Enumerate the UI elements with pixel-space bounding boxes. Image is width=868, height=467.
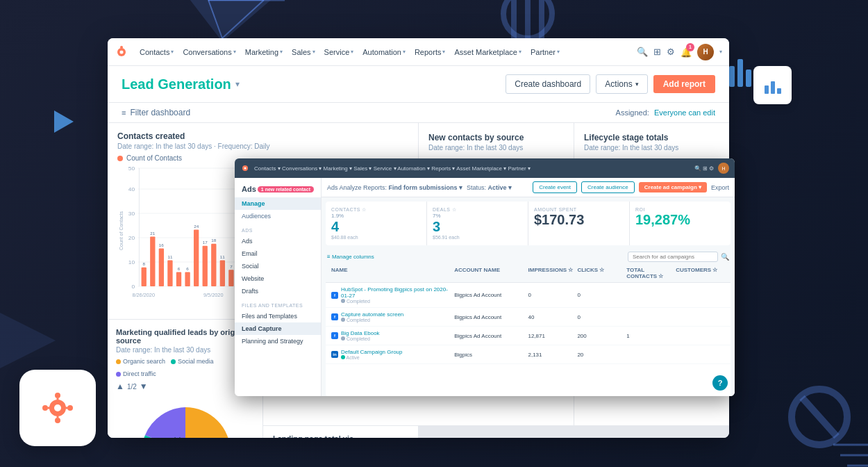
- svg-rect-50: [142, 268, 147, 286]
- sidebar-item-email[interactable]: Email: [235, 247, 321, 260]
- manage-columns-btn[interactable]: ≡ Manage columns: [327, 254, 374, 260]
- svg-text:9/5/2020: 9/5/2020: [203, 293, 224, 298]
- stat-amount-value: $170.73: [534, 212, 624, 228]
- topnav: Contacts ▾ Conversations ▾ Marketing ▾ S…: [108, 38, 729, 66]
- overlay-ads-header: Ads 1 new related contact: [235, 181, 321, 197]
- td-clicks-1: 0: [577, 292, 626, 298]
- svg-text:18: 18: [211, 238, 217, 243]
- grid-icon[interactable]: ⊞: [653, 47, 661, 57]
- svg-text:16.67% (1): 16.67% (1): [151, 436, 181, 438]
- td-impressions-1: 0: [528, 292, 578, 298]
- svg-text:11: 11: [167, 254, 173, 259]
- manage-tab[interactable]: Manage: [235, 197, 321, 210]
- overlay-logo: [240, 163, 250, 173]
- td-impressions-3: 12,871: [528, 333, 578, 339]
- nav-asset-marketplace[interactable]: Asset Marketplace ▾: [450, 46, 525, 58]
- svg-rect-58: [176, 272, 181, 286]
- filter-icon: ≡: [122, 108, 126, 117]
- nav-sales[interactable]: Sales ▾: [287, 46, 319, 58]
- sidebar-item-drafts[interactable]: Drafts: [235, 285, 321, 297]
- gear-icon[interactable]: ⚙: [667, 47, 675, 57]
- nav-partner[interactable]: Partner ▾: [526, 46, 564, 58]
- td-name-2: f Capture automate screen Completed: [331, 311, 454, 322]
- stat-deals: DEALS ☆ 7% 3 $56.91 each: [427, 202, 528, 245]
- create-event-btn[interactable]: Create event: [533, 181, 577, 193]
- overlay-table: NAME ACCOUNT NAME IMPRESSIONS ☆ CLICKS ☆…: [326, 264, 731, 396]
- svg-text:24: 24: [194, 224, 199, 229]
- nav-conversations[interactable]: Conversations ▾: [178, 46, 240, 58]
- search-icon[interactable]: 🔍: [637, 47, 648, 57]
- card-title: Marketing qualified leads by original so…: [116, 328, 254, 345]
- td-account-1: Bigpics Ad Account: [454, 292, 528, 298]
- nav-service[interactable]: Service ▾: [320, 46, 358, 58]
- td-clicks-2: 0: [577, 314, 626, 320]
- svg-point-20: [54, 404, 61, 411]
- nav-reports[interactable]: Reports ▾: [410, 46, 450, 58]
- create-ad-campaign-btn[interactable]: Create ad campaign ▾: [639, 182, 707, 192]
- nav-marketing[interactable]: Marketing ▾: [241, 46, 287, 58]
- overlay-sidebar: Ads 1 new related contact Manage Audienc…: [235, 178, 322, 396]
- title-dropdown-icon[interactable]: ▾: [235, 79, 240, 89]
- svg-point-24: [67, 405, 73, 411]
- create-dashboard-button[interactable]: Create dashboard: [506, 74, 590, 94]
- overlay-body: Ads 1 new related contact Manage Audienc…: [235, 178, 735, 396]
- filter-button[interactable]: ≡ Filter dashboard: [122, 108, 190, 117]
- legend-organic: Organic search: [116, 358, 165, 365]
- legend-dot: [117, 156, 123, 161]
- svg-rect-31: [777, 88, 781, 94]
- filter-bar: ≡ Filter dashboard Assigned: Everyone ca…: [108, 103, 729, 123]
- th-account: ACCOUNT NAME: [454, 267, 528, 279]
- header-actions: Create dashboard Actions ▾ Add report: [506, 74, 715, 94]
- topnav-logo: [115, 45, 128, 59]
- nav-contacts[interactable]: Contacts ▾: [135, 46, 178, 58]
- sidebar-item-planning[interactable]: Planning and Strategy: [235, 335, 321, 347]
- sidebar-item-lead[interactable]: Lead Capture: [235, 322, 321, 335]
- td-impressions-2: 40: [528, 314, 578, 320]
- legend-label: Count of Contacts: [126, 154, 182, 162]
- assigned-link[interactable]: Everyone can edit: [654, 108, 715, 117]
- stat-deals-label: DEALS ☆: [433, 207, 522, 213]
- help-button[interactable]: ?: [712, 375, 728, 391]
- td-impressions-4: 2,131: [528, 352, 578, 358]
- sidebar-item-social[interactable]: Social: [235, 260, 321, 272]
- svg-text:30: 30: [128, 211, 135, 217]
- pie-legend: Organic search Social media Direct traff…: [116, 358, 254, 377]
- avatar-caret[interactable]: ▾: [719, 49, 722, 55]
- stat-deals-sub: $56.91 each: [433, 235, 522, 240]
- th-contacts: TOTAL CONTACTS ☆: [626, 267, 676, 279]
- pie-chart-svg: 16.67% (1) 50% (3) 16.67% (1): [130, 397, 241, 438]
- overlay-main: Ads Analyze Reports: Find form submissio…: [322, 178, 735, 396]
- td-name-3: f Big Data Ebook Completed: [331, 330, 454, 341]
- svg-point-22: [55, 418, 60, 423]
- audiences-tab[interactable]: Audiences: [235, 210, 321, 222]
- stat-amount-label: AMOUNT SPENT: [534, 207, 624, 212]
- svg-rect-56: [167, 261, 172, 286]
- stat-roi-value: 19,287%: [635, 212, 725, 228]
- avatar[interactable]: H: [697, 44, 714, 60]
- nav-automation[interactable]: Automation ▾: [358, 46, 410, 58]
- campaign-search-input[interactable]: [628, 252, 718, 262]
- stat-contacts-sub: $40.88 each: [331, 235, 421, 240]
- td-account-3: Bigpics Ad Account: [454, 333, 528, 339]
- svg-text:40: 40: [128, 186, 135, 192]
- overlay-action-bar: Ads Analyze Reports: Find form submissio…: [322, 178, 735, 197]
- search-icon-overlay[interactable]: 🔍: [721, 253, 729, 261]
- create-audience-btn[interactable]: Create audience: [581, 181, 635, 193]
- td-account-2: Bigpics Ad Account: [454, 314, 528, 320]
- svg-rect-30: [771, 81, 775, 94]
- sidebar-item-ads[interactable]: Ads: [235, 235, 321, 247]
- card-subtitle: Date range: In the last 30 days: [428, 144, 564, 151]
- add-report-button[interactable]: Add report: [653, 75, 715, 93]
- search-campaigns: 🔍: [628, 252, 729, 262]
- svg-marker-18: [54, 110, 74, 133]
- sidebar-item-files[interactable]: Files and Templates: [235, 310, 321, 322]
- svg-point-34: [120, 46, 123, 49]
- actions-button[interactable]: Actions ▾: [596, 74, 647, 94]
- card-subtitle: Date range: In the last 30 days · Freque…: [117, 142, 408, 150]
- pie-prev-icon[interactable]: ▲: [116, 382, 124, 391]
- pie-next-icon[interactable]: ▼: [140, 382, 148, 391]
- table-row: f HubSpot - Promoting Bigpics post on 20…: [326, 283, 731, 308]
- actions-caret: ▾: [635, 81, 639, 88]
- notification-badge[interactable]: 🔔 1: [681, 46, 692, 58]
- sidebar-item-website[interactable]: Website: [235, 272, 321, 285]
